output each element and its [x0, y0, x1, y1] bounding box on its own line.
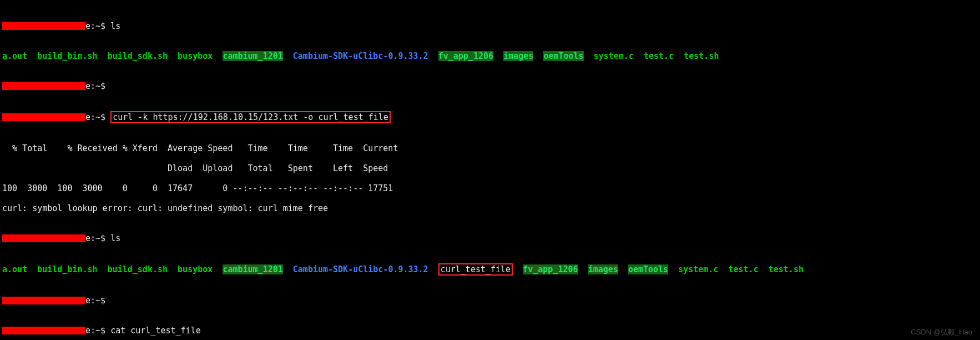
file-build-bin: build_bin.sh [37, 51, 97, 61]
file-busybox: busybox [178, 51, 213, 61]
dir-cambium-sdk: Cambium-SDK-uClibc-0.9.33.2 [293, 264, 428, 274]
curl-error: curl: symbol lookup error: curl: undefin… [2, 203, 978, 213]
curl-header-1: % Total % Received % Xferd Average Speed… [2, 143, 978, 153]
line-blank-prompt: e:~$ [2, 81, 978, 91]
prompt-suffix: e:~$ [85, 21, 110, 31]
prompt-suffix: e:~$ [85, 81, 110, 91]
file-system-c: system.c [678, 264, 718, 274]
curl-header-2: Dload Upload Total Spent Left Speed [2, 163, 978, 173]
ls1-output: a.out build_bin.sh build_sdk.sh busybox … [2, 51, 978, 61]
line-cat: e:~$ cat curl_test_file [2, 326, 978, 336]
curl-progress-row: 100 3000 100 3000 0 0 17647 0 --:--:-- -… [2, 183, 978, 193]
terminal[interactable]: e:~$ ls a.out build_bin.sh build_sdk.sh … [0, 0, 980, 340]
redact-user-host [2, 297, 85, 304]
file-build-bin: build_bin.sh [37, 264, 97, 274]
prompt-suffix: e:~$ [85, 296, 110, 306]
dir-cambium-sdk: Cambium-SDK-uClibc-0.9.33.2 [293, 51, 428, 61]
file-a-out: a.out [2, 51, 27, 61]
highlight-curl-test-file: curl_test_file [438, 263, 513, 276]
prompt-suffix: e:~$ [85, 326, 110, 336]
file-busybox: busybox [178, 264, 213, 274]
file-curl-test-file: curl_test_file [441, 264, 511, 274]
file-test-c: test.c [644, 51, 674, 61]
redact-user-host [2, 82, 85, 90]
prompt-suffix: e:~$ [85, 233, 110, 243]
prompt-suffix: e:~$ [85, 112, 110, 122]
cmd-cat: cat curl_test_file [110, 326, 201, 336]
file-build-sdk: build_sdk.sh [108, 51, 168, 61]
dir-fv-app: fv_app_1206 [438, 51, 493, 61]
file-test-c: test.c [729, 264, 759, 274]
file-test-sh: test.sh [769, 264, 804, 274]
cmd-ls1: ls [110, 21, 120, 31]
dir-images: images [588, 264, 618, 274]
line-curl: e:~$ curl -k https://192.168.10.15/123.t… [2, 111, 978, 123]
cmd-curl: curl -k https://192.168.10.15/123.txt -o… [113, 112, 388, 122]
redact-user-host [2, 327, 85, 334]
file-test-sh: test.sh [684, 51, 719, 61]
dir-oemtools: oemTools [628, 264, 668, 274]
highlight-curl-cmd: curl -k https://192.168.10.15/123.txt -o… [110, 111, 391, 123]
cmd-ls2: ls [110, 233, 120, 243]
redact-user-host [2, 22, 85, 30]
ls2-output: a.out build_bin.sh build_sdk.sh busybox … [2, 263, 978, 276]
redact-user-host [2, 113, 85, 121]
dir-cambium-1201: cambium_1201 [223, 51, 282, 61]
dir-oemtools: oemTools [543, 51, 583, 61]
line-ls2: e:~$ ls [2, 233, 978, 243]
line-blank-prompt-2: e:~$ [2, 296, 978, 306]
file-build-sdk: build_sdk.sh [108, 264, 168, 274]
line-ls1: e:~$ ls [2, 21, 978, 31]
dir-cambium-1201: cambium_1201 [223, 264, 282, 274]
redact-user-host [2, 234, 85, 242]
file-system-c: system.c [594, 51, 634, 61]
dir-fv-app: fv_app_1206 [523, 264, 578, 274]
dir-images: images [503, 51, 533, 61]
file-a-out: a.out [2, 264, 27, 274]
